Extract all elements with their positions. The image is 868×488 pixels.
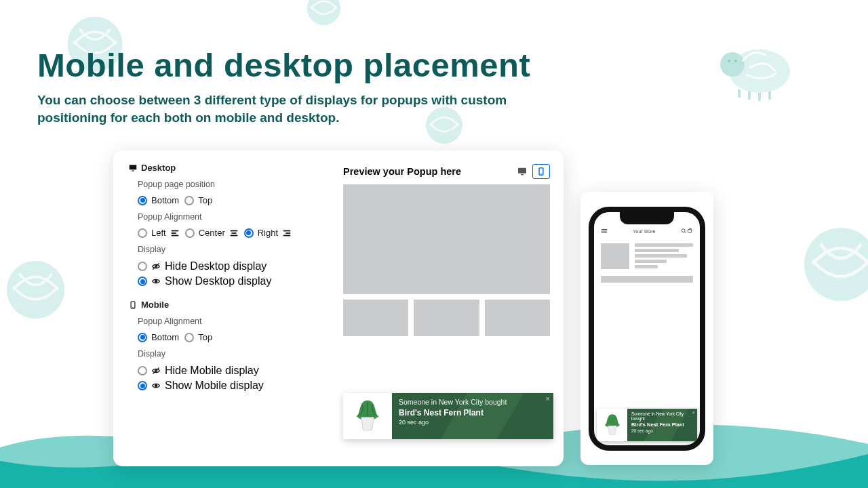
mobile-alignment-label: Popup Alignment	[138, 317, 324, 326]
desktop-section-header: Desktop	[128, 163, 324, 173]
svg-point-5	[783, 451, 838, 489]
phone-popup-product-name: Bird's Nest Fern Plant	[631, 422, 693, 428]
eye-icon	[151, 381, 161, 390]
toggle-mobile-view[interactable]	[532, 164, 550, 179]
desktop-position-group: Bottom Top	[138, 195, 324, 205]
desktop-alignment-label: Popup Alignment	[138, 212, 324, 222]
radio-desktop-bottom[interactable]: Bottom	[138, 195, 179, 205]
popup-info: × Someone in New York City bought Bird's…	[392, 393, 553, 439]
popup-timestamp: 20 sec ago	[399, 419, 547, 426]
phone-popup-line1: Someone in New York City bought	[631, 411, 693, 421]
desktop-label: Desktop	[141, 163, 176, 173]
radio-mobile-show[interactable]: Show Mobile display	[138, 380, 324, 392]
yarn-decoration	[3, 258, 68, 322]
svg-rect-38	[688, 230, 691, 233]
desktop-position-label: Popup page position	[138, 180, 324, 189]
popup-product-name: Bird's Nest Fern Plant	[399, 408, 547, 418]
svg-point-23	[155, 281, 157, 283]
svg-point-8	[728, 60, 730, 62]
phone-mockup: Your Store × Someone in New York City bo…	[589, 207, 705, 451]
radio-align-right[interactable]: Right	[244, 228, 292, 238]
phone-popup-timestamp: 20 sec ago	[631, 428, 693, 433]
mobile-alignment-group: Bottom Top	[138, 332, 324, 342]
popup-product-image	[343, 393, 392, 439]
phone-popup-info: × Someone in New York City bought Bird's…	[627, 409, 697, 441]
settings-column: Desktop Popup page position Bottom Top P…	[128, 163, 324, 453]
mobile-label: Mobile	[141, 300, 169, 310]
phone-body	[594, 238, 700, 288]
phone-placeholder-bar	[601, 276, 693, 283]
radio-desktop-hide[interactable]: Hide Desktop display	[138, 260, 324, 272]
desktop-display-label: Display	[138, 245, 324, 254]
preview-view-toggle	[513, 164, 550, 179]
preview-placeholder-small	[485, 300, 550, 336]
popup-line1: Someone in New York City bought	[399, 398, 547, 406]
phone-popup-close-icon[interactable]: ×	[692, 409, 695, 415]
radio-mobile-bottom[interactable]: Bottom	[138, 332, 179, 342]
radio-mobile-top[interactable]: Top	[184, 332, 212, 342]
phone-preview-card: Your Store × Someone in New York City bo…	[580, 192, 713, 465]
radio-align-left[interactable]: Left	[138, 228, 180, 238]
phone-popup-image	[597, 409, 627, 441]
yarn-decoration	[780, 447, 841, 488]
desktop-alignment-group: Left Center Right	[138, 228, 324, 238]
preview-column: Preview your Popup here × Someone in New…	[343, 163, 550, 453]
align-left-icon	[170, 228, 180, 238]
phone-header: Your Store	[594, 226, 700, 238]
mobile-icon	[128, 300, 138, 310]
mobile-display-label: Display	[138, 349, 324, 359]
settings-card: Desktop Popup page position Bottom Top P…	[113, 150, 564, 466]
eye-icon	[151, 277, 161, 286]
toggle-desktop-view[interactable]	[513, 164, 531, 179]
eye-off-icon	[151, 262, 161, 271]
svg-rect-10	[130, 165, 137, 169]
preview-frame	[343, 184, 550, 336]
yarn-decoration	[800, 224, 868, 305]
radio-desktop-top[interactable]: Top	[184, 195, 212, 205]
align-right-icon	[282, 228, 292, 238]
phone-placeholder-image	[601, 243, 629, 269]
svg-point-7	[720, 52, 745, 77]
desktop-display-group: Hide Desktop display Show Desktop displa…	[138, 260, 324, 287]
desktop-icon	[128, 163, 138, 173]
radio-mobile-hide[interactable]: Hide Mobile display	[138, 365, 324, 377]
sheep-mascot	[702, 34, 804, 102]
svg-rect-11	[132, 170, 134, 171]
page-title: Mobile and desktop placement	[37, 46, 530, 84]
radio-align-center[interactable]: Center	[185, 228, 239, 238]
store-name: Your Store	[633, 229, 656, 234]
mobile-display-group: Hide Mobile display Show Mobile display	[138, 365, 324, 392]
svg-line-37	[685, 232, 686, 233]
phone-popup: × Someone in New York City bought Bird's…	[597, 409, 697, 441]
preview-placeholder-large	[343, 184, 550, 294]
phone-notch	[620, 212, 674, 224]
page-subtitle: You can choose between 3 different type …	[37, 92, 526, 126]
svg-point-28	[155, 385, 157, 387]
hamburger-icon	[601, 228, 608, 235]
svg-point-9	[734, 60, 737, 62]
header-actions	[681, 228, 693, 235]
svg-point-1	[307, 0, 341, 25]
preview-placeholder-small	[343, 300, 408, 336]
eye-off-icon	[151, 366, 161, 375]
radio-desktop-show[interactable]: Show Desktop display	[138, 275, 324, 287]
svg-rect-29	[518, 168, 526, 174]
align-center-icon	[229, 228, 239, 238]
mobile-section-header: Mobile	[128, 300, 324, 310]
popup-preview: × Someone in New York City bought Bird's…	[343, 393, 553, 439]
yarn-decoration	[305, 0, 342, 27]
preview-placeholder-small	[414, 300, 479, 336]
preview-title: Preview your Popup here	[343, 166, 461, 177]
svg-point-36	[682, 229, 685, 232]
svg-rect-30	[521, 174, 524, 175]
